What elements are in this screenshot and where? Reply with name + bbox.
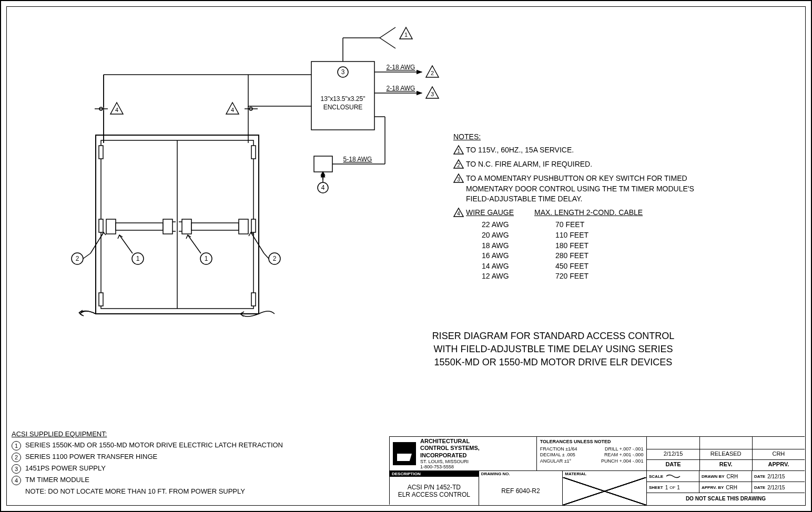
- material-crossout: [563, 477, 646, 505]
- wire-length-header: MAX. LENGTH 2-COND. CABLE: [534, 208, 643, 218]
- svg-text:1: 1: [457, 148, 460, 154]
- svg-text:3: 3: [457, 177, 460, 182]
- svg-text:4: 4: [321, 184, 325, 191]
- description: ACSI P/N 1452-TD ELR ACCESS CONTROL: [390, 477, 479, 505]
- tolerances: TOLERANCES UNLESS NOTED FRACTION ±1/64 D…: [537, 437, 647, 470]
- svg-rect-45: [251, 146, 256, 159]
- svg-rect-42: [99, 146, 103, 159]
- drawing-number: REF 6040-R2: [479, 477, 563, 505]
- note-2: TO N.C. FIRE ALARM, IF REQUIRED.: [466, 159, 716, 170]
- svg-line-7: [380, 27, 395, 38]
- svg-rect-56: [191, 223, 239, 230]
- svg-text:3: 3: [431, 91, 434, 97]
- revision-block: 2/12/15 RELEASED CRH DATE REV. APPRV.: [647, 437, 805, 470]
- svg-text:4: 4: [115, 107, 118, 113]
- riser-diagram: 3 13"x13.5"x3.25" ENCLOSURE 1 2-18 AWG 2…: [54, 12, 474, 327]
- svg-text:ENCLOSURE: ENCLOSURE: [323, 104, 363, 111]
- svg-line-71: [264, 253, 269, 259]
- acsi-item-4: TM TIMER MODULE: [25, 476, 311, 484]
- svg-text:2: 2: [431, 70, 434, 76]
- svg-line-64: [83, 253, 90, 259]
- acsi-note: NOTE: DO NOT LOCATE MORE THAN 10 FT. FRO…: [12, 487, 311, 495]
- acsi-item-3: 1451PS POWER SUPPLY: [25, 464, 311, 472]
- svg-text:2-18 AWG: 2-18 AWG: [387, 85, 415, 92]
- svg-text:4: 4: [457, 211, 460, 217]
- svg-rect-19: [314, 156, 332, 172]
- svg-rect-43: [99, 219, 103, 232]
- svg-line-60: [188, 235, 201, 253]
- svg-rect-49: [116, 223, 163, 230]
- notes-title: NOTES:: [453, 132, 716, 141]
- scale-icon: [665, 473, 681, 479]
- svg-rect-57: [239, 219, 248, 234]
- svg-text:1: 1: [404, 32, 408, 38]
- note-3: TO A MOMENTARY PUSHBUTTON OR KEY SWITCH …: [466, 173, 716, 204]
- svg-text:1: 1: [136, 255, 140, 262]
- wire-gauge-table: 22 AWG70 FEET 20 AWG110 FEET 18 AWG180 F…: [466, 220, 716, 282]
- svg-rect-53: [182, 219, 191, 234]
- svg-text:5-18 AWG: 5-18 AWG: [343, 156, 372, 163]
- svg-text:2: 2: [457, 162, 460, 168]
- svg-line-59: [119, 235, 133, 253]
- notes-section: NOTES: 1 TO 115V., 60HZ., 15A SERVICE. 2…: [453, 132, 716, 285]
- svg-rect-50: [163, 219, 172, 234]
- acsi-title: ACSI SUPPLIED EQUIPMENT:: [12, 430, 311, 438]
- svg-rect-46: [251, 219, 256, 232]
- title-block: ARCHITECTURAL CONTROL SYSTEMS, INCORPORA…: [389, 436, 805, 505]
- svg-text:4: 4: [231, 107, 234, 113]
- wire-gauge-header: WIRE GAUGE: [466, 208, 534, 218]
- acsi-equipment: ACSI SUPPLIED EQUIPMENT: 1SERIES 1550K-M…: [12, 430, 311, 495]
- company-logo-block: ARCHITECTURAL CONTROL SYSTEMS, INCORPORA…: [390, 437, 537, 470]
- svg-text:13"x13.5"x3.25": 13"x13.5"x3.25": [321, 95, 366, 103]
- svg-line-61: [251, 232, 264, 253]
- svg-text:1: 1: [205, 255, 208, 262]
- acsi-item-1: SERIES 1550K-MD OR 1550-MD MOTOR DRIVE E…: [25, 441, 311, 449]
- company-logo-icon: [393, 442, 416, 465]
- svg-rect-47: [251, 293, 256, 306]
- note-1: TO 115V., 60HZ., 15A SERVICE.: [466, 145, 716, 156]
- svg-text:3: 3: [341, 68, 345, 76]
- svg-rect-48: [106, 219, 116, 234]
- riser-title: RISER DIAGRAM FOR STANDARD ACCESS CONTRO…: [390, 330, 716, 370]
- svg-text:2: 2: [76, 255, 79, 262]
- svg-rect-44: [99, 293, 103, 306]
- do-not-scale: DO NOT SCALE THIS DRAWING: [647, 493, 805, 504]
- svg-line-8: [380, 38, 395, 48]
- svg-text:2: 2: [273, 255, 277, 262]
- svg-text:2-18 AWG: 2-18 AWG: [387, 64, 415, 71]
- acsi-item-2: SERIES 1100 POWER TRANSFER HINGE: [25, 453, 311, 460]
